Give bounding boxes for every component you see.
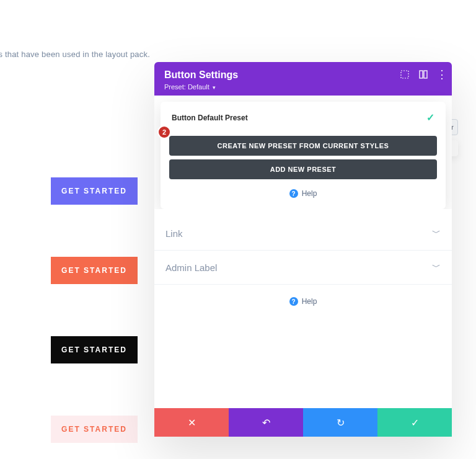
undo-button[interactable]: ↶	[229, 408, 303, 437]
preset-help-label: Help	[302, 189, 317, 198]
create-preset-button[interactable]: CREATE NEW PRESET FROM CURRENT STYLES	[169, 136, 437, 156]
panel-header-icons: ⋮	[400, 69, 447, 79]
panel-header: Button Settings Preset: Default ▾ ⋮	[154, 62, 452, 96]
sample-button-orange[interactable]: GET STARTED	[51, 257, 138, 284]
sample-button-black[interactable]: GET STARTED	[51, 336, 138, 363]
close-icon: ✕	[188, 417, 196, 429]
panel-help-row[interactable]: ? Help	[154, 297, 452, 306]
panel-body: Link ﹀ Admin Label ﹀ ? Help ✕ ↶ ↻ ✓	[154, 209, 452, 437]
step-badge-2: 2	[159, 127, 170, 138]
svg-rect-0	[401, 71, 408, 78]
sample-button-pink[interactable]: GET STARTED	[51, 416, 138, 443]
svg-rect-2	[424, 71, 427, 78]
help-icon: ?	[289, 189, 298, 198]
section-admin-label[interactable]: Admin Label ﹀	[154, 251, 452, 285]
preset-default-row[interactable]: Button Default Preset ✓	[169, 110, 437, 132]
kebab-icon[interactable]: ⋮	[437, 69, 447, 79]
caret-down-icon: ▾	[213, 84, 216, 91]
preset-default-label: Button Default Preset	[172, 114, 248, 122]
svg-rect-1	[420, 71, 423, 78]
section-admin-label-label: Admin Label	[165, 262, 217, 273]
redo-button[interactable]: ↻	[303, 408, 377, 437]
button-settings-panel: Button Settings Preset: Default ▾ ⋮ Butt…	[154, 62, 452, 437]
preset-help-row[interactable]: ? Help	[169, 189, 437, 198]
preset-dropdown-card: Button Default Preset ✓ CREATE NEW PRESE…	[161, 102, 446, 209]
redo-icon: ↻	[337, 417, 345, 429]
cancel-button[interactable]: ✕	[154, 408, 229, 437]
add-preset-button[interactable]: ADD NEW PRESET	[169, 159, 437, 179]
panel-help-label: Help	[302, 297, 317, 306]
preset-selector[interactable]: Preset: Default ▾	[164, 83, 442, 91]
chevron-down-icon: ﹀	[432, 262, 441, 273]
help-icon: ?	[289, 297, 298, 306]
undo-icon: ↶	[262, 417, 270, 429]
preset-selector-label: Preset: Default	[164, 83, 209, 91]
check-icon: ✓	[426, 112, 434, 123]
sample-buttons-column: GET STARTED GET STARTED GET STARTED GET …	[51, 177, 138, 443]
section-link-label: Link	[165, 228, 183, 239]
section-link[interactable]: Link ﹀	[154, 216, 452, 251]
sample-button-purple[interactable]: GET STARTED	[51, 177, 138, 205]
panel-footer-bar: ✕ ↶ ↻ ✓	[154, 408, 452, 437]
expand-icon[interactable]	[400, 69, 410, 79]
chevron-down-icon: ﹀	[432, 228, 441, 239]
background-description-text: ns that have been used in the layout pac…	[0, 50, 150, 59]
save-button[interactable]: ✓	[377, 408, 452, 437]
columns-icon[interactable]	[418, 69, 428, 79]
check-icon: ✓	[411, 417, 419, 429]
